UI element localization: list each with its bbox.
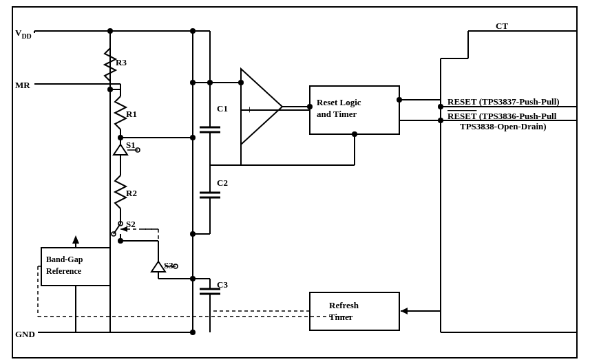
circuit-diagram: VDD GND MR R3 R1 S1 R2 S2 — [0, 0, 590, 364]
svg-marker-16 — [114, 144, 127, 155]
c1-label: C1 — [217, 103, 228, 114]
reset-pushpull-label: RESET (TPS3837-Push-Pull) — [447, 96, 560, 107]
s1-label: S1 — [126, 140, 136, 150]
svg-rect-0 — [12, 7, 577, 358]
svg-rect-85 — [310, 292, 399, 330]
r1-label: R1 — [126, 109, 137, 119]
c3-label: C3 — [217, 279, 228, 290]
reset-logic-label-2: and Timer — [317, 109, 357, 119]
s3-label: S3 — [164, 260, 173, 270]
svg-point-61 — [238, 80, 244, 85]
svg-point-99 — [190, 330, 196, 335]
bandgap-label-2: Reference — [46, 266, 82, 276]
reset-bar-label-1: RESET (TPS3836-Push-Pull — [447, 111, 557, 121]
svg-point-100 — [438, 104, 443, 109]
svg-point-108 — [352, 131, 357, 137]
r2-label: R2 — [126, 188, 137, 198]
refresh-timer-label-2: Timer — [329, 312, 353, 322]
mr-label: MR — [15, 80, 30, 90]
r3-label: R3 — [116, 57, 127, 67]
s2-label: S2 — [126, 219, 136, 229]
svg-point-75 — [397, 97, 402, 103]
ct-label: CT — [496, 21, 508, 31]
svg-point-69 — [190, 231, 196, 237]
svg-point-43 — [190, 135, 196, 140]
svg-marker-87 — [401, 308, 408, 314]
svg-marker-33 — [151, 261, 165, 272]
refresh-timer-label-1: Refresh — [329, 300, 359, 310]
reset-bar-label-2: TPS3838-Open-Drain) — [460, 121, 547, 131]
svg-marker-46 — [72, 235, 79, 244]
vdd-label: VDD — [15, 28, 32, 40]
svg-marker-111 — [120, 226, 127, 232]
reset-logic-label-1: Reset Logic — [317, 97, 361, 107]
svg-point-101 — [438, 118, 443, 123]
svg-point-103 — [190, 28, 196, 34]
gnd-label: GND — [15, 329, 35, 339]
c2-label: C2 — [217, 178, 228, 188]
bandgap-label-1: Band-Gap — [46, 255, 83, 264]
